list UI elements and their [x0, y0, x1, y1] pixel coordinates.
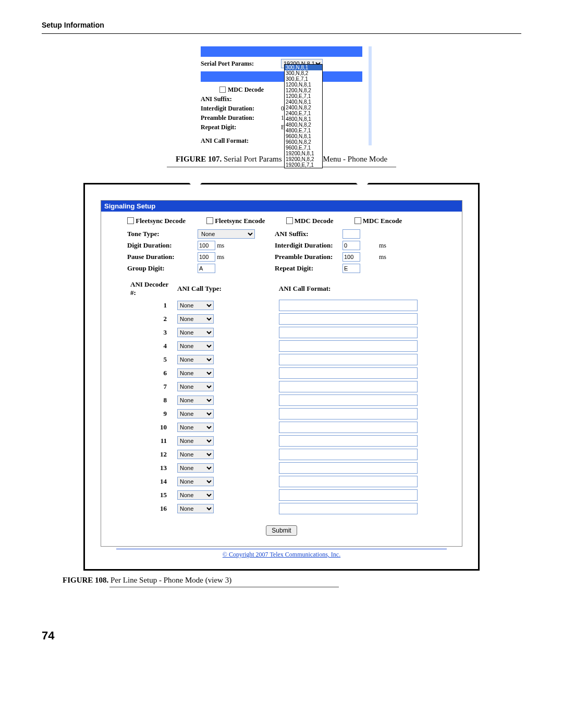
fleetsync-decode-checkbox[interactable]	[127, 217, 134, 224]
mdc-encode-label: MDC Encode	[363, 217, 402, 225]
ani-decoder-index: 13	[128, 462, 174, 474]
signaling-setup-panel: Signaling Setup Fleetsync Decode Fleetsy…	[101, 200, 462, 547]
ani-decoder-index: 15	[128, 489, 174, 501]
header-rule	[42, 33, 521, 34]
serial-port-option[interactable]: 2400,N,8,1	[285, 99, 322, 105]
serial-port-params-label: Serial Port Params:	[201, 60, 279, 68]
tone-type-select[interactable]: None	[198, 229, 255, 239]
ani-call-format-input[interactable]	[279, 503, 418, 514]
serial-port-option[interactable]: 1200,N,8,1	[285, 82, 322, 88]
ani-decoder-row: 16None	[128, 502, 420, 515]
ani-decoder-row: 7None	[128, 380, 420, 393]
ani-call-format-input[interactable]	[279, 327, 418, 338]
ani-call-format-input[interactable]	[279, 381, 418, 392]
figure-108-rule	[109, 587, 339, 587]
serial-port-option[interactable]: 19200,E,7,1	[285, 162, 322, 168]
serial-port-option[interactable]: 300,N,8,2	[285, 70, 322, 76]
repeat-digit-input[interactable]	[342, 264, 360, 273]
ani-decoder-index: 9	[128, 408, 174, 420]
ani-call-format-input[interactable]	[279, 422, 418, 433]
serial-port-option[interactable]: 300,N,8,1	[285, 65, 322, 70]
ani-call-type-select[interactable]: None	[177, 450, 214, 459]
ani-call-type-select[interactable]: None	[177, 314, 214, 324]
ani-call-format-input[interactable]	[279, 408, 418, 419]
ani-decoder-num-header: ANI Decoder #:	[128, 280, 174, 298]
serial-port-option[interactable]: 4800,N,8,2	[285, 122, 322, 128]
ani-call-format-label-107: ANI Call Format:	[201, 137, 279, 145]
ani-call-type-select[interactable]: None	[177, 396, 214, 405]
group-digit-input[interactable]	[198, 264, 215, 273]
ani-call-type-select[interactable]: None	[177, 409, 214, 418]
ani-call-format-header: ANI Call Format:	[277, 280, 420, 298]
ani-call-format-input[interactable]	[279, 313, 418, 325]
mdc-decode-checkbox[interactable]	[219, 87, 226, 93]
digit-duration-input[interactable]	[198, 241, 215, 250]
ani-call-format-input[interactable]	[279, 435, 418, 447]
serial-port-option[interactable]: 19200,N,8,2	[285, 156, 322, 162]
serial-port-option[interactable]: 4800,E,7,1	[285, 128, 322, 133]
serial-port-params-dropdown-open[interactable]: 300,N,8,1300,N,8,2300,E,7,11200,N,8,1120…	[284, 64, 323, 168]
ani-decoder-index: 1	[128, 299, 174, 312]
ani-decoder-index: 12	[128, 448, 174, 461]
ani-call-format-input[interactable]	[279, 489, 418, 501]
ani-call-type-select[interactable]: None	[177, 504, 214, 513]
interdigit-duration-input[interactable]	[342, 241, 360, 250]
serial-port-option[interactable]: 19200,N,8,1	[285, 151, 322, 156]
ani-suffix-input[interactable]	[342, 229, 360, 239]
ani-decoder-index: 5	[128, 353, 174, 366]
ani-call-type-select[interactable]: None	[177, 490, 214, 500]
ani-decoder-row: 11None	[128, 435, 420, 447]
ani-decoder-index: 11	[128, 435, 174, 447]
ani-decoder-row: 8None	[128, 394, 420, 406]
repeat-label-107: Repeat Digit:	[201, 124, 279, 131]
ani-call-format-input[interactable]	[279, 449, 418, 460]
ani-call-type-select[interactable]: None	[177, 436, 214, 446]
ani-call-format-input[interactable]	[279, 300, 418, 311]
pause-duration-label: Pause Duration:	[127, 253, 198, 261]
ani-call-format-input[interactable]	[279, 367, 418, 379]
mdc-decode-checkbox-108[interactable]	[286, 217, 293, 224]
ani-call-format-input[interactable]	[279, 394, 418, 406]
mdc-decode-label: MDC Decode	[228, 86, 264, 94]
interdigit-label-107: Interdigit Duration:	[201, 105, 279, 113]
fleetsync-encode-checkbox[interactable]	[206, 217, 213, 224]
ani-call-type-select[interactable]: None	[177, 463, 214, 473]
ani-decoder-row: 4None	[128, 340, 420, 352]
ani-call-type-select[interactable]: None	[177, 382, 214, 391]
ani-decoder-row: 5None	[128, 353, 420, 366]
ani-call-type-select[interactable]: None	[177, 341, 214, 351]
serial-port-option[interactable]: 300,E,7,1	[285, 76, 322, 82]
ani-call-format-input[interactable]	[279, 354, 418, 365]
preamble-duration-input[interactable]	[342, 252, 360, 262]
serial-port-option[interactable]: 9600,N,8,1	[285, 133, 322, 139]
ani-decoder-row: 1None	[128, 299, 420, 312]
serial-port-option[interactable]: 9600,E,7,1	[285, 145, 322, 151]
serial-port-option[interactable]: 4800,N,8,1	[285, 116, 322, 122]
pause-duration-input[interactable]	[198, 252, 215, 262]
serial-port-option[interactable]: 1200,N,8,2	[285, 88, 322, 93]
serial-port-option[interactable]: 9600,N,8,2	[285, 139, 322, 145]
serial-port-option[interactable]: 1200,E,7,1	[285, 93, 322, 99]
ani-decoder-index: 3	[128, 326, 174, 339]
ani-decoder-index: 4	[128, 340, 174, 352]
ani-call-type-select[interactable]: None	[177, 477, 214, 486]
ani-call-type-select[interactable]: None	[177, 328, 214, 337]
serial-port-option[interactable]: 2400,N,8,2	[285, 105, 322, 110]
ani-call-type-select[interactable]: None	[177, 301, 214, 310]
ani-call-format-input[interactable]	[279, 340, 418, 352]
ani-decoder-index: 2	[128, 313, 174, 325]
ani-call-type-select[interactable]: None	[177, 423, 214, 432]
signaling-setup-header: Signaling Setup	[101, 201, 462, 212]
submit-button[interactable]: Submit	[266, 525, 297, 536]
ani-call-type-select[interactable]: None	[177, 355, 214, 364]
ani-call-format-input[interactable]	[279, 462, 418, 474]
ani-decoder-row: 13None	[128, 462, 420, 474]
figure-107-panel: Serial Port Params: 19200,N,8,1 MDC Deco…	[201, 46, 362, 145]
preamble-duration-label: Preamble Duration:	[275, 253, 342, 261]
mdc-encode-checkbox[interactable]	[354, 217, 361, 224]
ani-call-format-input[interactable]	[279, 476, 418, 487]
ani-decoder-row: 12None	[128, 448, 420, 461]
preamble-label-107: Preamble Duration:	[201, 114, 279, 122]
serial-port-option[interactable]: 2400,E,7,1	[285, 110, 322, 116]
ani-call-type-select[interactable]: None	[177, 368, 214, 378]
